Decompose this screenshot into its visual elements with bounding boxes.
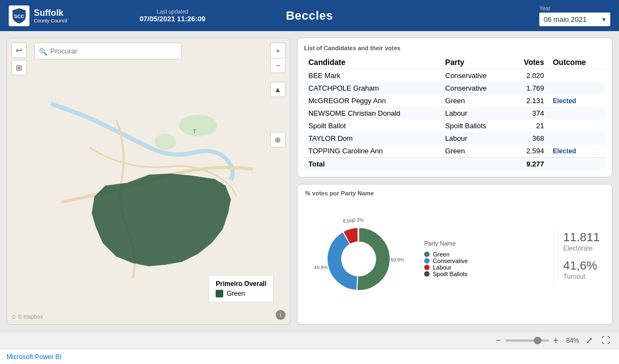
donut-container: 50.9%40.8%8.0%0.2% Party Name GreenConse… — [304, 218, 605, 300]
candidate-name: McGREGOR Peggy Ann — [304, 94, 441, 107]
legend-dot-item: Spoilt Ballots — [424, 271, 468, 277]
table-row: CATCHPOLE Graham Conservative 1.769 — [304, 82, 605, 94]
candidate-party: Labour — [441, 107, 509, 120]
svg-text:40.8%: 40.8% — [314, 265, 328, 270]
map-magnify-btn[interactable]: ⊕ — [270, 132, 285, 147]
candidate-name: BEE Mark — [304, 69, 441, 82]
bottom-bar: − + 84% ⤢ ⛶ — [0, 331, 619, 349]
table-row: Spoilt Ballot Spoilt Ballots 21 — [304, 120, 605, 132]
map-back-btn[interactable]: ↩ — [11, 43, 27, 58]
map-background: T ↩ ⊞ 🔍 + − ▲ ⊕ — [7, 38, 290, 324]
candidates-panel-title: List of Candidates and their votes — [304, 45, 605, 51]
chart-legend: Party Name GreenConservativeLabourSpoilt… — [424, 240, 468, 277]
candidates-table: Candidate Party Votes Outcome BEE Mark C… — [304, 56, 605, 170]
zoom-percent: 84% — [566, 337, 579, 344]
legend-title: Primeiro Overall — [216, 280, 266, 288]
chart-area: % votes por Party Name 50.9%40.8%8.0%0.2… — [297, 184, 612, 325]
candidate-party: Green — [441, 145, 509, 158]
logo-text: Suffolk County Council — [34, 8, 67, 24]
candidate-votes: 21 — [509, 120, 549, 132]
col-party: Party — [441, 56, 509, 69]
zoom-minus-btn[interactable]: − — [495, 336, 502, 345]
legend-dot — [424, 258, 430, 264]
year-dropdown-wrapper[interactable]: 06 maio 2021 — [539, 13, 610, 26]
table-total-row: Total 9.277 — [304, 158, 605, 171]
candidate-outcome — [549, 132, 605, 145]
legend-dot — [424, 265, 430, 270]
candidate-party: Green — [441, 94, 509, 107]
zoom-out-btn[interactable]: − — [270, 58, 285, 73]
right-panels: List of Candidates and their votes Candi… — [297, 38, 612, 325]
zoom-thumb — [534, 337, 541, 344]
candidate-name: TOPPING Caroline Ann — [304, 145, 441, 158]
map-frame-btn[interactable]: ⊞ — [11, 60, 27, 75]
logo-suffolk: Suffolk — [34, 8, 67, 18]
fullscreen-btn[interactable]: ⛶ — [599, 336, 612, 345]
map-legend: Primeiro Overall Green — [209, 275, 273, 302]
candidate-party: Conservative — [441, 82, 509, 94]
map-svg: T — [7, 38, 290, 306]
candidate-name: TAYLOR Dom — [304, 132, 441, 145]
legend-item: Green — [216, 290, 266, 297]
zoom-plus-btn[interactable]: + — [552, 336, 560, 345]
chart-title: % votes por Party Name — [305, 190, 374, 196]
zoom-in-btn[interactable]: + — [270, 43, 285, 58]
table-row: McGREGOR Peggy Ann Green 2.131 Elected — [304, 94, 605, 107]
map-compass-btn[interactable]: ▲ — [270, 82, 285, 97]
mapbox-logo: ⊙ — [11, 314, 16, 320]
legend-dot — [424, 271, 430, 277]
legend-dot-label: Green — [433, 251, 450, 258]
year-dropdown[interactable]: 06 maio 2021 — [539, 13, 610, 26]
candidate-outcome — [549, 120, 605, 132]
page-title: Beccles — [286, 9, 334, 23]
logo-area: SCC Suffolk County Council — [9, 5, 118, 26]
legend-color-green — [216, 290, 223, 297]
candidate-votes: 2.131 — [509, 94, 549, 107]
legend-item-label: Green — [227, 290, 245, 297]
candidate-party: Labour — [441, 132, 509, 145]
candidate-name: CATCHPOLE Graham — [304, 82, 441, 94]
header: SCC Suffolk County Council Last updated … — [0, 0, 619, 31]
total-votes: 9.277 — [509, 158, 549, 171]
candidate-votes: 2.020 — [509, 69, 549, 82]
candidate-outcome: Elected — [549, 145, 605, 158]
table-header-row: Candidate Party Votes Outcome — [304, 56, 605, 69]
candidate-name: Spoilt Ballot — [304, 120, 441, 132]
last-updated-value: 07/05/2021 11:26:09 — [129, 15, 216, 23]
candidates-panel: List of Candidates and their votes Candi… — [297, 38, 612, 177]
svg-point-3 — [154, 134, 176, 150]
col-votes: Votes — [509, 56, 549, 69]
candidate-name: NEWSOME Christian Donald — [304, 107, 441, 120]
candidate-votes: 2.594 — [509, 145, 549, 158]
total-label: Total — [304, 158, 441, 171]
legend-dot-label: Spoilt Ballots — [433, 271, 468, 277]
svg-text:SCC: SCC — [14, 14, 25, 19]
turnout-value: 41,6% — [563, 259, 600, 273]
map-panel: T ↩ ⊞ 🔍 + − ▲ ⊕ — [7, 38, 290, 325]
electorate-value: 11.811 — [563, 230, 600, 244]
legend-dot-label: Conservative — [433, 258, 468, 264]
candidate-votes: 374 — [509, 107, 549, 120]
svg-text:0.2%: 0.2% — [353, 218, 364, 223]
stats-area: 11.811 Electorate 41,6% Turnout — [554, 230, 600, 287]
search-input[interactable] — [34, 43, 182, 59]
legend-dot-item: Conservative — [424, 258, 468, 264]
svg-text:50.9%: 50.9% — [390, 257, 404, 262]
year-selector: Year 06 maio 2021 — [539, 5, 610, 26]
zoom-slider[interactable] — [505, 339, 549, 342]
power-bi-link[interactable]: Microsoft Power BI — [7, 353, 62, 361]
reset-view-btn[interactable]: ⤢ — [584, 335, 595, 345]
donut-chart: 50.9%40.8%8.0%0.2% — [304, 218, 413, 300]
col-candidate: Candidate — [304, 56, 441, 69]
col-outcome: Outcome — [549, 56, 605, 69]
mapbox-text: © mapbox — [18, 314, 43, 320]
table-row: TAYLOR Dom Labour 368 — [304, 132, 605, 145]
info-btn[interactable]: i — [276, 310, 285, 320]
last-updated-label: Last updated — [129, 9, 216, 15]
zoom-control: − + 84% — [495, 336, 579, 345]
legend-dot — [424, 252, 430, 257]
table-row: BEE Mark Conservative 2.020 — [304, 69, 605, 82]
legend-dot-item: Green — [424, 251, 468, 258]
electorate-label: Electorate — [563, 244, 600, 252]
search-icon: 🔍 — [39, 47, 47, 55]
